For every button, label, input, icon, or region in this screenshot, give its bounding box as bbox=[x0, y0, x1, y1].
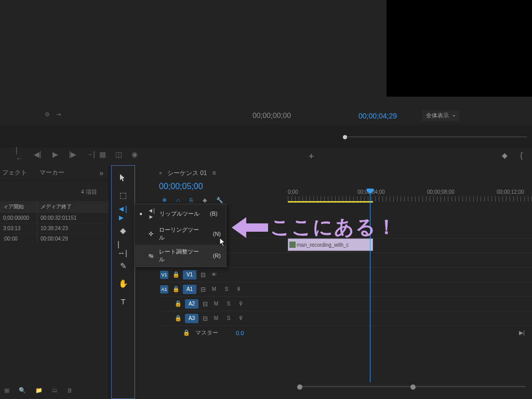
magnet-toggle[interactable]: ∩ bbox=[176, 197, 180, 203]
lock-icon[interactable]: 🔒 bbox=[183, 329, 190, 336]
mute-button[interactable]: M bbox=[212, 301, 220, 307]
search-icon[interactable]: 🔍 bbox=[19, 387, 26, 394]
razor-tool[interactable]: ◆ bbox=[117, 225, 129, 236]
program-scrub-bar[interactable] bbox=[343, 135, 527, 139]
master-value[interactable]: 0.0 bbox=[236, 330, 244, 336]
clip-name: man_recording_with_c bbox=[297, 242, 349, 248]
col-media-start[interactable]: ィア開始 bbox=[0, 201, 37, 212]
mute-button[interactable]: M bbox=[212, 315, 220, 321]
close-sequence-button[interactable]: × bbox=[159, 170, 162, 176]
voiceover-icon[interactable]: 🎙 bbox=[235, 286, 243, 292]
sync-lock-icon[interactable]: ⊟ bbox=[203, 300, 208, 308]
sync-lock-icon[interactable]: ⊟ bbox=[201, 286, 206, 293]
track-v1[interactable]: V1 🔒 V1 ⊟ 👁 bbox=[159, 267, 532, 282]
track-label[interactable]: A3 bbox=[185, 314, 198, 323]
table-row[interactable]: 3:03:13 10:38:24:23 bbox=[0, 223, 109, 233]
table-row[interactable]: 0;00:00000 00:00:32:01151 bbox=[0, 212, 109, 223]
sequence-tab[interactable]: シーケンス 01 bbox=[167, 169, 207, 178]
extract-button[interactable]: ◫ bbox=[115, 150, 122, 158]
lock-icon[interactable]: 🔒 bbox=[172, 286, 179, 292]
table-row[interactable]: :00:00 00:00:04:29 bbox=[0, 233, 109, 244]
lock-icon[interactable]: 🔒 bbox=[172, 271, 179, 278]
trash-icon[interactable]: 🗑 bbox=[67, 387, 73, 394]
mark-in-button[interactable]: |← bbox=[16, 150, 24, 158]
linked-selection-toggle[interactable]: ⎘ bbox=[190, 197, 193, 203]
flyout-ripple-tool[interactable]: ■ ◄|► リップルツール (B) bbox=[135, 204, 226, 223]
pen-tool[interactable]: ✎ bbox=[117, 260, 129, 272]
new-bin-icon[interactable]: 🗂 bbox=[52, 387, 58, 394]
list-view-icon[interactable]: ▦ bbox=[4, 387, 9, 394]
mute-button[interactable]: M bbox=[210, 286, 218, 292]
lock-icon[interactable]: 🔒 bbox=[175, 300, 181, 307]
panel-expand-button[interactable]: » bbox=[99, 169, 103, 177]
marker-icon[interactable]: ◆ bbox=[502, 151, 508, 159]
track-a2[interactable]: 🔒 A2 ⊟ M S 🎙 bbox=[159, 296, 532, 311]
tool-palette: ⬚ ◄|► ◆ |↔| ✎ ✋ T bbox=[111, 165, 135, 399]
sync-lock-icon[interactable]: ⊟ bbox=[201, 271, 206, 278]
track-label[interactable]: V1 bbox=[183, 270, 196, 280]
project-panel: フェクト マーカー » 4 項目 ィア開始 メディア終了 0;00:00000 … bbox=[0, 165, 109, 399]
timeline-ruler[interactable]: 0;00 00;00;04;00 00;00;08;00 00;00;12;00 bbox=[288, 189, 532, 205]
media-table: ィア開始 メディア終了 0;00:00000 00:00:32:01151 3:… bbox=[0, 201, 109, 244]
source-timecode[interactable]: 00;00;00;00 bbox=[252, 111, 291, 119]
monitor-area: ⚙ ⇥ 00;00;00;00 00;00;04;29 全体表示 bbox=[0, 0, 532, 125]
sequence-menu-icon[interactable]: ≡ bbox=[212, 169, 216, 177]
fx-badge-icon bbox=[289, 242, 296, 248]
source-patch-v1[interactable]: V1 bbox=[160, 271, 168, 279]
ripple-icon: ◄|► bbox=[147, 207, 155, 220]
play-button[interactable]: ▶ bbox=[51, 150, 59, 158]
sync-lock-icon[interactable]: ⊟ bbox=[203, 315, 208, 322]
transport-bar: |← ◀| ▶ |▶ →| ▦ ◫ ◉ + ◆ { bbox=[0, 147, 532, 165]
settings-icon[interactable]: ⚙ bbox=[45, 111, 50, 118]
solo-button[interactable]: S bbox=[224, 301, 233, 307]
voiceover-icon[interactable]: 🎙 bbox=[237, 301, 245, 307]
program-timecode[interactable]: 00;00;04;29 bbox=[358, 112, 397, 120]
tab-markers[interactable]: マーカー bbox=[39, 168, 64, 177]
slip-tool[interactable]: |↔| bbox=[117, 243, 129, 254]
track-label[interactable]: A1 bbox=[183, 285, 196, 294]
mark-out-button[interactable]: →| bbox=[86, 150, 95, 158]
track-label[interactable]: A2 bbox=[185, 299, 198, 309]
new-folder-icon[interactable]: 📁 bbox=[35, 387, 43, 394]
ripple-edit-tool[interactable]: ◄|► bbox=[117, 207, 129, 219]
flyout-rolling-tool[interactable]: ✜ ローリングツール (N) bbox=[135, 223, 226, 245]
source-monitor[interactable] bbox=[0, 0, 330, 121]
solo-button[interactable]: S bbox=[224, 315, 233, 321]
tab-effects[interactable]: フェクト bbox=[2, 168, 27, 177]
lock-icon[interactable]: 🔒 bbox=[175, 315, 181, 322]
step-forward-button[interactable]: |▶ bbox=[69, 150, 77, 158]
flyout-rate-stretch-tool[interactable]: ↹ レート調整ツール (R) bbox=[135, 245, 226, 267]
source-display-icons: ⚙ ⇥ bbox=[45, 111, 61, 118]
lift-button[interactable]: ▦ bbox=[99, 150, 106, 158]
program-monitor-viewport[interactable] bbox=[387, 0, 532, 97]
annotation-text: ここにある！ bbox=[270, 214, 397, 241]
work-area-bar[interactable] bbox=[288, 201, 373, 203]
track-a1[interactable]: A1 🔒 A1 ⊟ M S 🎙 bbox=[159, 282, 532, 296]
timeline-settings-button[interactable]: 🔧 bbox=[216, 197, 223, 204]
settings-brace-icon[interactable]: { bbox=[520, 151, 523, 159]
cursor-icon bbox=[219, 237, 228, 248]
col-media-end[interactable]: メディア終了 bbox=[37, 201, 109, 212]
rolling-icon: ✜ bbox=[147, 231, 155, 237]
eye-icon[interactable]: 👁 bbox=[210, 272, 218, 277]
timeline-zoom-scrollbar[interactable] bbox=[297, 384, 526, 389]
add-button[interactable]: + bbox=[309, 151, 314, 162]
play-out-icon[interactable]: ▶| bbox=[519, 329, 525, 336]
selection-tool[interactable] bbox=[117, 172, 129, 183]
track-a3[interactable]: 🔒 A3 ⊟ M S 🎙 bbox=[159, 311, 532, 325]
voiceover-icon[interactable]: 🎙 bbox=[237, 315, 245, 321]
type-tool[interactable]: T bbox=[117, 296, 129, 307]
source-patch-a1[interactable]: A1 bbox=[160, 285, 168, 294]
add-marker-button[interactable]: ◆ bbox=[203, 197, 207, 204]
rate-stretch-icon: ↹ bbox=[147, 252, 155, 259]
insert-icon[interactable]: ⇥ bbox=[56, 111, 61, 118]
step-back-button[interactable]: ◀| bbox=[33, 150, 42, 158]
annotation-callout: ここにある！ bbox=[232, 214, 397, 241]
hand-tool[interactable]: ✋ bbox=[117, 278, 129, 289]
program-zoom-select[interactable]: 全体表示 bbox=[422, 110, 459, 121]
solo-button[interactable]: S bbox=[222, 286, 231, 292]
track-select-tool[interactable]: ⬚ bbox=[117, 190, 129, 201]
master-track[interactable]: 🔒 マスター 0.0 ▶| bbox=[159, 325, 532, 340]
export-frame-button[interactable]: ◉ bbox=[131, 150, 138, 158]
snap-toggle[interactable]: ❄ bbox=[162, 197, 167, 204]
